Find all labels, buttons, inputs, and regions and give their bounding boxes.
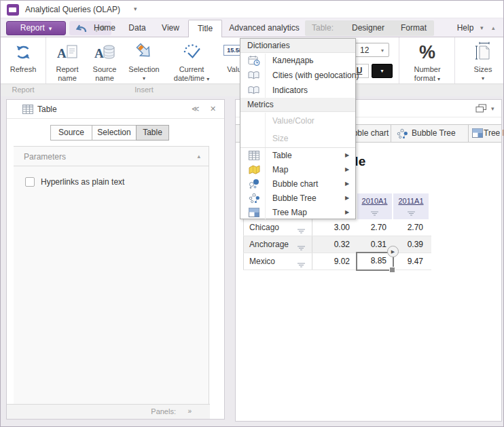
collapse-section-icon[interactable]: ▴ xyxy=(197,153,200,160)
view-tab-tree-map[interactable]: Tree Map xyxy=(484,128,504,138)
value-cell[interactable]: 0.39 xyxy=(393,236,430,253)
menu-item-label: Tree Map xyxy=(272,208,307,217)
table-row: Chicago 3.00 2.70 2.70 xyxy=(243,219,431,236)
hyperlinks-checkbox[interactable] xyxy=(25,177,35,187)
panels-label: Panels: xyxy=(151,407,176,415)
tab-advanced-analytics[interactable]: Advanced analytics xyxy=(225,20,304,37)
selection-label: Selection xyxy=(124,65,164,74)
bubble-tree-icon xyxy=(397,128,408,142)
chevron-down-icon[interactable]: ▾ xyxy=(480,24,484,31)
submenu-arrow-icon: ▶ xyxy=(345,181,349,187)
svg-text:A: A xyxy=(94,46,104,60)
tab-home[interactable]: Home xyxy=(88,20,122,37)
city-label: Chicago xyxy=(249,223,279,232)
number-format-label: Number xyxy=(406,65,449,74)
app-title[interactable]: Analytical Queries (OLAP) xyxy=(25,5,120,14)
row-header-cell[interactable]: Chicago xyxy=(243,219,312,236)
group-label-insert: Insert xyxy=(46,86,242,94)
menu-item-bubble-tree[interactable]: Bubble Tree ▶ xyxy=(240,191,355,206)
tab-title-active[interactable]: Title xyxy=(188,20,222,37)
value-cell[interactable]: 9.02 xyxy=(312,253,357,270)
value-cell[interactable]: 0.32 xyxy=(312,236,357,253)
filter-icon[interactable] xyxy=(297,259,306,271)
view-tab-bubble-tree[interactable]: Bubble Tree xyxy=(412,128,456,138)
selection-button[interactable]: Selection ▾ xyxy=(124,39,164,83)
cell-action-handle-icon[interactable]: ▶ xyxy=(387,246,399,257)
title-bar: Analytical Queries (OLAP) ▾ xyxy=(1,1,503,18)
app-window: Analytical Queries (OLAP) ▾ Report▾ Home… xyxy=(0,0,504,427)
menu-item-label: Indicators xyxy=(272,86,308,95)
parameters-section: Parameters ▴ Hyperlinks as plain text xyxy=(14,146,209,404)
sizes-button[interactable]: Sizes ▾ xyxy=(464,39,502,83)
report-menu-button[interactable]: Report▾ xyxy=(6,21,66,35)
tab-help[interactable]: Help xyxy=(449,20,482,37)
column-header-link[interactable]: 2010A1 xyxy=(357,197,392,205)
panel-tab-selection[interactable]: Selection xyxy=(92,125,137,141)
undo-icon[interactable] xyxy=(74,23,89,33)
filter-icon[interactable] xyxy=(357,207,392,219)
current-datetime-button[interactable]: Current date/time ▾ xyxy=(166,39,217,83)
number-format-button[interactable]: % Number format ▾ xyxy=(406,39,449,83)
menu-item-label: Bubble Tree xyxy=(272,193,317,203)
panel-tab-source[interactable]: Source xyxy=(50,125,92,141)
column-header-link[interactable]: 2011A1 xyxy=(393,197,429,205)
tree-map-icon xyxy=(246,206,262,219)
menu-item-calendar[interactable]: Календарь xyxy=(240,53,355,68)
tab-separator xyxy=(391,125,391,142)
panel-tab-table-active[interactable]: Table xyxy=(136,125,169,141)
parameters-section-header[interactable]: Parameters ▴ xyxy=(14,147,209,166)
row-header-cell[interactable]: Anchorage xyxy=(243,236,312,253)
column-header-2011A1[interactable]: 2011A1 xyxy=(393,193,430,219)
cascade-windows-icon[interactable] xyxy=(475,104,487,116)
menu-item-map[interactable]: Map ▶ xyxy=(240,162,355,177)
selection-icon xyxy=(124,39,164,65)
report-name-button[interactable]: A Report name xyxy=(48,39,86,83)
submenu-arrow-icon: ▶ xyxy=(345,166,349,172)
cell-fill-handle[interactable] xyxy=(389,267,395,273)
submenu-arrow-icon: ▶ xyxy=(345,195,349,201)
panel-collapse-icon[interactable]: ≪ xyxy=(192,105,200,113)
chevron-down-icon[interactable]: ▾ xyxy=(491,105,494,112)
value-cell[interactable]: 2.70 xyxy=(393,219,430,236)
refresh-button[interactable]: Refresh xyxy=(3,39,43,74)
value-cell[interactable]: 2.70 xyxy=(357,219,393,236)
report-button-label: Report xyxy=(20,23,45,33)
tab-format[interactable]: Format xyxy=(401,20,427,36)
filter-icon[interactable] xyxy=(393,207,429,219)
city-label: Anchorage xyxy=(249,240,289,249)
value-cell[interactable]: 9.47 xyxy=(393,253,430,270)
svg-text:A: A xyxy=(57,46,67,60)
table-grid-icon xyxy=(246,149,262,162)
tree-map-icon xyxy=(472,128,483,141)
menu-item-table[interactable]: Table ▶ xyxy=(240,148,355,163)
font-size-value: 12 xyxy=(360,45,369,55)
font-color-button[interactable]: ▾ xyxy=(372,64,393,78)
table-row: Mexico 9.02 9.47 xyxy=(243,253,431,270)
panels-expand-icon[interactable]: » xyxy=(187,407,191,415)
menu-item-cities[interactable]: Cities (with geolocation) xyxy=(240,68,355,83)
ribbon-collapse-icon[interactable]: ▴ xyxy=(492,24,495,31)
menu-item-value-color-disabled: Value/Color xyxy=(240,112,355,130)
filter-icon[interactable] xyxy=(297,242,306,254)
column-header-2010A1[interactable]: 2010A1 xyxy=(357,193,393,219)
menu-item-bubble-chart[interactable]: Bubble chart ▶ xyxy=(240,177,355,191)
row-header-cell[interactable]: Mexico xyxy=(243,253,312,270)
panel-title: Table xyxy=(37,105,57,114)
tab-designer[interactable]: Designer xyxy=(352,20,384,36)
chevron-down-icon[interactable]: ▾ xyxy=(134,5,137,12)
chevron-down-icon: ▾ xyxy=(437,76,440,82)
source-name-button[interactable]: A Source name xyxy=(86,39,123,83)
tab-view[interactable]: View xyxy=(154,20,187,37)
filter-icon[interactable] xyxy=(297,225,306,237)
current-datetime-label2: date/time xyxy=(174,74,204,82)
value-cell[interactable]: 3.00 xyxy=(312,219,357,236)
context-tab-group: Table: Designer Format xyxy=(305,20,434,36)
menu-item-size-disabled: Size xyxy=(240,130,355,147)
tab-data[interactable]: Data xyxy=(122,20,153,37)
panel-close-icon[interactable]: ✕ xyxy=(210,105,216,113)
table-row: Anchorage 0.32 0.31 0.39 xyxy=(243,236,431,253)
menu-item-indicators[interactable]: Indicators xyxy=(240,83,355,98)
menu-item-label: Bubble chart xyxy=(272,179,318,189)
report-name-icon: A xyxy=(48,39,86,65)
menu-item-tree-map[interactable]: Tree Map ▶ xyxy=(240,205,355,220)
